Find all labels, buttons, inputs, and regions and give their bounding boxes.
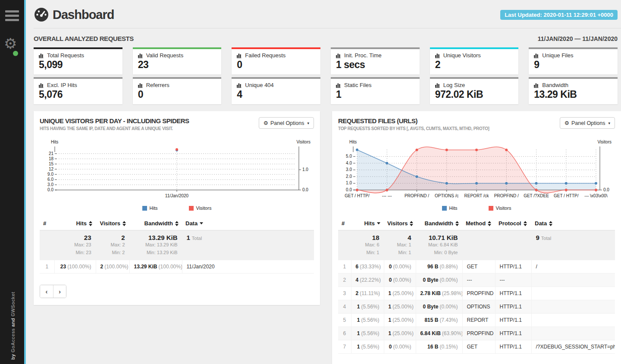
text-cell: / xyxy=(531,260,615,274)
svg-text:1.0: 1.0 xyxy=(346,180,352,185)
metric-value: 5,076 xyxy=(39,89,117,100)
value-cell: 23(100.00%) xyxy=(54,260,96,274)
metric-card-bandwidth: Bandwidth13.29 KiB xyxy=(529,77,618,104)
value-cell: 1(5.56%) xyxy=(351,327,384,340)
unique-visitors-chart: 0.03.06.09.0121518210.01.011/Jan/2020 xyxy=(40,145,314,202)
table-row[interactable]: 41(5.56%)1(25.00%)0 Byte(0.00%)OPTIONSHT… xyxy=(338,300,615,314)
svg-text:0.0: 0.0 xyxy=(47,187,53,192)
column-header-hits[interactable]: Hits xyxy=(54,218,96,230)
panel-title: UNIQUE VISITORS PER DAY - INCLUDING SPID… xyxy=(40,117,189,124)
text-cell: HTTP/1.1 xyxy=(495,300,531,314)
header-divider xyxy=(34,28,621,28)
sort-icon xyxy=(175,221,179,226)
sort-icon xyxy=(89,221,92,226)
metric-card-log-size: Log Size972.02 KiB xyxy=(430,77,519,104)
menu-icon[interactable] xyxy=(5,10,19,23)
legend-item-visitors: Visitors xyxy=(489,205,511,211)
right-axis-label: Visitors xyxy=(296,140,310,144)
svg-text:2.0: 2.0 xyxy=(346,174,352,179)
metric-label: Unique Visitors xyxy=(435,52,514,59)
bar-chart-icon xyxy=(534,53,539,58)
bar-chart-icon xyxy=(435,53,441,58)
column-header-data[interactable]: Data xyxy=(182,218,314,230)
totals-row: 23Max: 23Min: 232Max: 2Min: 213.29 KiBMa… xyxy=(40,230,314,260)
next-page-button[interactable]: › xyxy=(53,285,66,298)
value-cell: 0(0.00%) xyxy=(384,260,416,274)
legend-item-visitors: Visitors xyxy=(189,205,212,211)
panel-subtitle: HITS HAVING THE SAME IP, DATE AND AGENT … xyxy=(40,126,189,131)
text-cell: GET xyxy=(462,260,495,274)
bar-chart-icon xyxy=(336,53,342,58)
svg-text:4.0: 4.0 xyxy=(346,161,352,165)
metric-label: Log Size xyxy=(435,82,514,88)
legend-item-hits: Hits xyxy=(442,205,458,211)
column-header-hits[interactable]: Hits xyxy=(351,218,384,230)
svg-text:0.0: 0.0 xyxy=(346,187,352,192)
panel-unique-visitors: UNIQUE VISITORS PER DAY - INCLUDING SPID… xyxy=(34,111,320,305)
metric-label: Unique 404 xyxy=(237,82,315,88)
table-row[interactable]: 24(22.22%)0(0.00%)0 Byte(0.00%)------ xyxy=(338,274,615,287)
total-cell: 10.71 KiBMax: 6.84 KiBMin: 0 Byte xyxy=(416,230,462,260)
table-row[interactable]: 61(5.56%)1(25.00%)6.84 KiB(63.90%)PROPFI… xyxy=(338,327,615,340)
panel-subtitle: TOP REQUESTS SORTED BY HITS [, AVGTS, CU… xyxy=(338,126,489,131)
chart-legend: HitsVisitors xyxy=(40,205,314,211)
page-title: Dashboard xyxy=(53,8,114,22)
metric-card-unique-404: Unique 4044 xyxy=(232,77,320,104)
svg-text:15: 15 xyxy=(49,162,54,166)
table-row[interactable]: 51(5.56%)1(25.00%)815 B(7.43%)REPORTHTTP… xyxy=(338,314,615,327)
table-row[interactable]: 123(100.00%)2(100.00%)13.29 KiB(100.00%)… xyxy=(40,260,314,274)
metric-value: 9 xyxy=(534,59,612,71)
bar-chart-icon xyxy=(435,83,441,88)
sort-icon xyxy=(549,221,552,226)
text-cell xyxy=(531,287,615,300)
metric-value: 2 xyxy=(435,59,514,71)
value-cell: 2(11.11%) xyxy=(351,287,384,300)
text-cell: PROPFIND xyxy=(462,327,495,340)
text-cell: /?XDEBUG_SESSION_START=phpstorm xyxy=(531,340,615,354)
value-cell: 1(25.00%) xyxy=(384,327,416,340)
svg-text:12: 12 xyxy=(49,167,54,171)
value-cell: 96 B(0.88%) xyxy=(416,260,462,274)
column-header-bandwidth[interactable]: Bandwidth xyxy=(416,218,462,230)
column-header-visitors[interactable]: Visitors xyxy=(384,218,416,230)
legend-item-hits: Hits xyxy=(142,205,158,211)
metric-label: Init. Proc. Time xyxy=(336,52,414,59)
metric-value: 0 xyxy=(237,59,315,71)
svg-text:5.0: 5.0 xyxy=(346,154,352,159)
column-header-method[interactable]: Method xyxy=(462,218,495,230)
column-header-num: # xyxy=(338,218,351,230)
metric-label: Unique Files xyxy=(534,52,612,59)
row-number: 5 xyxy=(338,314,351,327)
svg-text:3.0: 3.0 xyxy=(47,182,53,187)
table-row[interactable]: 32(11.11%)1(25.00%)2.78 KiB(25.98%)PROPF… xyxy=(338,287,615,300)
value-cell: 1(5.56%) xyxy=(351,340,384,354)
column-header-bandwidth[interactable]: Bandwidth xyxy=(129,218,182,230)
row-number: 7 xyxy=(338,340,351,354)
value-cell: 6.84 KiB(63.90%) xyxy=(416,327,462,340)
value-cell: 16 B(0.15%) xyxy=(416,340,462,354)
footer-gwsocket: GWSocket xyxy=(10,292,16,316)
tachometer-icon xyxy=(34,7,49,22)
value-cell: 1(25.00%) xyxy=(384,314,416,327)
metric-value: 1 xyxy=(336,89,414,100)
column-header-visitors[interactable]: Visitors xyxy=(96,218,129,230)
legend-swatch xyxy=(189,206,194,211)
table-row[interactable]: 71(5.56%)0(0.00%)16 B(0.15%)GETHTTP/1.1/… xyxy=(338,340,615,354)
text-cell: HTTP/1.1 xyxy=(495,327,531,340)
chevron-down-icon: ▾ xyxy=(608,121,610,125)
panel-options-button[interactable]: ⚙ Panel Options ▾ xyxy=(259,117,314,129)
topbar: Dashboard Last Updated: 2020-01-11 12:29… xyxy=(34,0,621,22)
sidebar-footer: by GoAccess and GWSocket xyxy=(10,292,16,360)
column-header-data[interactable]: Data xyxy=(531,218,615,230)
column-header-protocol[interactable]: Protocol xyxy=(495,218,531,230)
prev-page-button[interactable]: ‹ xyxy=(40,285,53,298)
panel-options-button[interactable]: ⚙ Panel Options ▾ xyxy=(560,117,615,129)
table-row[interactable]: 16(33.33%)0(0.00%)96 B(0.88%)GETHTTP/1.1… xyxy=(338,260,615,274)
brand: Dashboard xyxy=(34,7,114,22)
metric-label: Valid Requests xyxy=(138,52,216,59)
sidebar: ⚙ by GoAccess and GWSocket xyxy=(0,0,24,364)
gear-icon[interactable]: ⚙ xyxy=(4,36,17,51)
metric-label: Referrers xyxy=(138,82,216,88)
svg-text:6.0: 6.0 xyxy=(47,177,53,182)
last-updated-badge: Last Updated: 2020-01-11 12:29:01 +0000 xyxy=(500,10,618,20)
